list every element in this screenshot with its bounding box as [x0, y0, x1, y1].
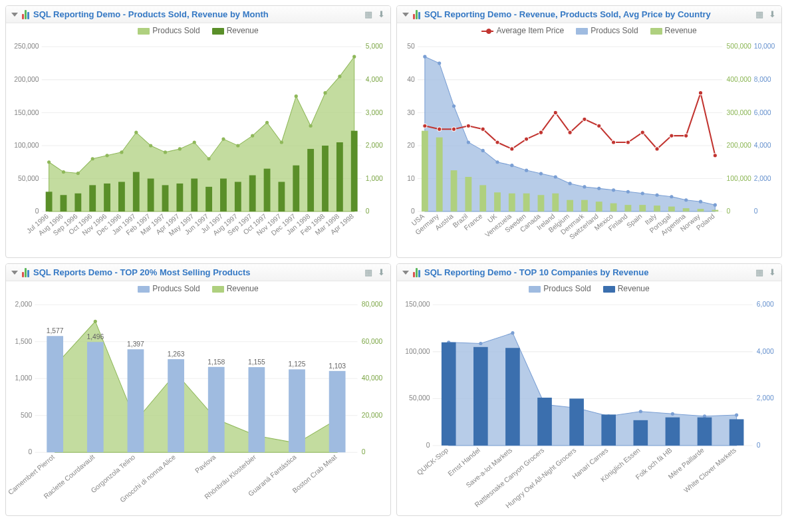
area-point	[423, 55, 426, 59]
svg-text:500: 500	[21, 412, 32, 419]
legend-item-products: Producs Sold	[529, 284, 591, 293]
svg-text:1,577: 1,577	[47, 327, 64, 334]
svg-text:40,000: 40,000	[362, 374, 383, 382]
bar	[293, 166, 299, 211]
bar	[289, 369, 305, 452]
svg-text:6,000: 6,000	[754, 109, 771, 116]
chart-icon	[22, 10, 29, 19]
area-point	[149, 144, 152, 147]
panel-header: SQL Reporting Demo - TOP 10 Companies by…	[397, 264, 781, 281]
area-point	[735, 414, 738, 417]
svg-text:1,263: 1,263	[168, 350, 185, 358]
line-point	[438, 127, 442, 131]
line-point	[670, 134, 674, 138]
svg-text:500,000: 500,000	[726, 43, 751, 50]
bar	[336, 142, 343, 211]
chevron-down-icon[interactable]	[402, 271, 409, 275]
line-point	[495, 140, 499, 144]
bar	[104, 184, 110, 211]
download-icon[interactable]: ⬇	[378, 9, 385, 19]
line-point	[525, 137, 529, 141]
grid-icon[interactable]: ▦	[755, 267, 763, 277]
bar	[248, 367, 265, 452]
legend-item-revenue: Revenue	[603, 284, 650, 293]
chart-area: 050,000100,000150,00002,0004,0006,000QUI…	[397, 293, 781, 515]
legend-item-products: Producs Sold	[138, 284, 200, 293]
svg-text:1,125: 1,125	[289, 360, 306, 368]
area-point	[323, 91, 327, 94]
bar	[436, 138, 443, 211]
svg-text:4,000: 4,000	[754, 142, 771, 149]
bar	[509, 194, 515, 211]
svg-text:1,000: 1,000	[15, 374, 32, 382]
bar	[465, 177, 471, 211]
legend-item-products: Producs Sold	[576, 26, 638, 35]
svg-text:20,000: 20,000	[362, 412, 383, 419]
chevron-down-icon[interactable]	[11, 271, 18, 275]
line-point	[626, 140, 630, 144]
area-point	[309, 124, 313, 128]
svg-text:1,000: 1,000	[366, 175, 383, 182]
download-icon[interactable]: ⬇	[378, 267, 385, 277]
area-point	[510, 164, 513, 167]
bar	[61, 195, 67, 211]
bar	[89, 185, 96, 211]
panel-title-link[interactable]: SQL Reporting Demo - TOP 10 Companies by…	[424, 267, 751, 277]
line-point	[539, 130, 543, 134]
svg-text:80,000: 80,000	[362, 301, 383, 308]
area-point	[120, 150, 123, 154]
svg-text:10,000: 10,000	[754, 43, 775, 50]
line-point	[713, 154, 717, 158]
download-icon[interactable]: ⬇	[769, 9, 776, 19]
bar	[567, 200, 573, 211]
area-point	[539, 172, 543, 175]
svg-text:1,158: 1,158	[207, 358, 225, 366]
svg-text:300,000: 300,000	[726, 109, 751, 116]
panel-title-link[interactable]: SQL Reporting Demo - Revenue, Products S…	[424, 9, 751, 19]
bar	[176, 184, 183, 211]
svg-text:4,000: 4,000	[366, 76, 383, 83]
svg-text:200,000: 200,000	[726, 142, 751, 149]
area-point	[511, 331, 514, 334]
legend-item-products: Producs Sold	[138, 26, 200, 35]
bar	[46, 192, 53, 211]
svg-text:250,000: 250,000	[14, 43, 39, 50]
area-point	[479, 342, 482, 345]
area-point	[452, 104, 456, 108]
bar	[712, 210, 718, 211]
download-icon[interactable]: ⬇	[769, 267, 776, 277]
bar	[87, 342, 104, 452]
bar	[537, 398, 552, 446]
chart-svg: 050,000100,000150,00002,0004,0006,000QUI…	[397, 293, 781, 515]
svg-text:150,000: 150,000	[405, 301, 430, 308]
area-point	[178, 147, 182, 150]
svg-text:0: 0	[754, 207, 758, 215]
area-point	[193, 140, 196, 144]
bar	[654, 205, 660, 211]
bar	[307, 149, 314, 211]
bar	[162, 185, 169, 211]
svg-text:200,000: 200,000	[14, 76, 39, 83]
line-point	[423, 124, 427, 128]
chevron-down-icon[interactable]	[11, 13, 18, 17]
chevron-down-icon[interactable]	[402, 13, 409, 17]
svg-text:0: 0	[426, 442, 430, 449]
panel-title-link[interactable]: SQL Reports Demo - TOP 20% Most Selling …	[33, 267, 360, 277]
line-point	[452, 127, 456, 131]
legend-item-avg: Average Item Price	[481, 26, 564, 35]
svg-text:100,000: 100,000	[726, 175, 751, 182]
grid-icon[interactable]: ▦	[364, 267, 372, 277]
area-point	[94, 320, 97, 323]
chart-icon	[22, 268, 29, 277]
bar	[601, 414, 616, 446]
bar	[148, 179, 154, 212]
grid-icon[interactable]: ▦	[755, 9, 763, 19]
area-point	[280, 140, 283, 144]
grid-icon[interactable]: ▦	[364, 9, 372, 19]
line-point	[481, 127, 485, 131]
svg-text:Boston Crab Meat: Boston Crab Meat	[291, 454, 338, 495]
bar	[569, 398, 584, 446]
panel-title-link[interactable]: SQL Reporting Demo - Products Sold, Reve…	[33, 9, 360, 19]
area-series	[449, 333, 737, 446]
bar	[494, 192, 501, 211]
